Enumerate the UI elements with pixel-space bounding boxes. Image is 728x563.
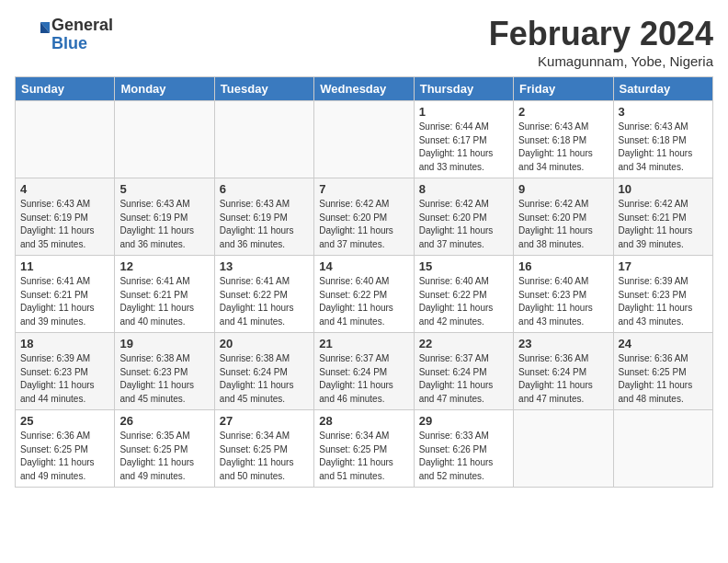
day-info: Sunrise: 6:37 AM Sunset: 6:24 PM Dayligh… <box>419 352 508 406</box>
title-block: February 2024 Kumagunnam, Yobe, Nigeria <box>489 15 713 69</box>
calendar-cell: 29Sunrise: 6:33 AM Sunset: 6:26 PM Dayli… <box>414 410 513 488</box>
calendar-day-header: Sunday <box>16 77 115 101</box>
calendar-cell: 22Sunrise: 6:37 AM Sunset: 6:24 PM Dayli… <box>414 333 513 410</box>
calendar-cell: 24Sunrise: 6:36 AM Sunset: 6:25 PM Dayli… <box>613 333 712 410</box>
day-info: Sunrise: 6:34 AM Sunset: 6:25 PM Dayligh… <box>319 430 408 483</box>
day-info: Sunrise: 6:40 AM Sunset: 6:23 PM Dayligh… <box>518 275 608 328</box>
day-info: Sunrise: 6:44 AM Sunset: 6:17 PM Dayligh… <box>419 121 508 174</box>
calendar-cell <box>314 101 414 178</box>
day-info: Sunrise: 6:36 AM Sunset: 6:25 PM Dayligh… <box>619 352 708 406</box>
day-number: 19 <box>119 337 209 350</box>
logo-general: General <box>51 17 113 35</box>
calendar-cell: 13Sunrise: 6:41 AM Sunset: 6:22 PM Dayli… <box>214 256 313 333</box>
calendar-cell: 15Sunrise: 6:40 AM Sunset: 6:22 PM Dayli… <box>414 256 513 333</box>
day-info: Sunrise: 6:35 AM Sunset: 6:25 PM Dayligh… <box>119 430 209 483</box>
calendar-cell: 3Sunrise: 6:43 AM Sunset: 6:18 PM Daylig… <box>613 101 712 178</box>
day-info: Sunrise: 6:42 AM Sunset: 6:20 PM Dayligh… <box>518 198 608 251</box>
calendar-cell <box>514 410 613 488</box>
calendar-cell: 17Sunrise: 6:39 AM Sunset: 6:23 PM Dayli… <box>613 256 712 333</box>
day-info: Sunrise: 6:43 AM Sunset: 6:18 PM Dayligh… <box>518 121 608 174</box>
day-number: 8 <box>419 182 508 196</box>
day-number: 6 <box>220 182 309 196</box>
day-number: 23 <box>518 337 608 350</box>
page-header: General Blue February 2024 Kumagunnam, Y… <box>15 15 713 69</box>
day-info: Sunrise: 6:38 AM Sunset: 6:23 PM Dayligh… <box>119 352 209 406</box>
calendar-cell: 8Sunrise: 6:42 AM Sunset: 6:20 PM Daylig… <box>414 178 513 256</box>
day-info: Sunrise: 6:42 AM Sunset: 6:21 PM Dayligh… <box>619 198 708 251</box>
day-number: 14 <box>319 259 408 273</box>
calendar-cell: 5Sunrise: 6:43 AM Sunset: 6:19 PM Daylig… <box>115 178 214 256</box>
day-number: 25 <box>20 414 109 428</box>
logo-icon <box>15 15 51 52</box>
calendar-day-header: Monday <box>115 77 214 101</box>
day-info: Sunrise: 6:43 AM Sunset: 6:19 PM Dayligh… <box>20 198 109 251</box>
calendar-week-row: 1Sunrise: 6:44 AM Sunset: 6:17 PM Daylig… <box>16 101 713 178</box>
calendar-cell <box>16 101 115 178</box>
logo-blue: Blue <box>51 35 113 53</box>
day-number: 2 <box>518 105 608 119</box>
location: Kumagunnam, Yobe, Nigeria <box>489 53 713 69</box>
calendar-day-header: Friday <box>514 77 613 101</box>
day-info: Sunrise: 6:37 AM Sunset: 6:24 PM Dayligh… <box>319 352 408 406</box>
calendar-week-row: 18Sunrise: 6:39 AM Sunset: 6:23 PM Dayli… <box>16 333 713 410</box>
day-info: Sunrise: 6:42 AM Sunset: 6:20 PM Dayligh… <box>319 198 408 251</box>
day-number: 20 <box>220 337 309 350</box>
day-info: Sunrise: 6:41 AM Sunset: 6:21 PM Dayligh… <box>20 275 109 328</box>
calendar-cell: 19Sunrise: 6:38 AM Sunset: 6:23 PM Dayli… <box>115 333 214 410</box>
day-info: Sunrise: 6:33 AM Sunset: 6:26 PM Dayligh… <box>419 430 508 483</box>
day-info: Sunrise: 6:39 AM Sunset: 6:23 PM Dayligh… <box>20 352 109 406</box>
day-number: 27 <box>220 414 309 428</box>
calendar-day-header: Tuesday <box>214 77 313 101</box>
calendar-cell: 14Sunrise: 6:40 AM Sunset: 6:22 PM Dayli… <box>314 256 414 333</box>
month-title: February 2024 <box>489 15 713 53</box>
calendar-cell: 25Sunrise: 6:36 AM Sunset: 6:25 PM Dayli… <box>16 410 115 488</box>
calendar-cell: 7Sunrise: 6:42 AM Sunset: 6:20 PM Daylig… <box>314 178 414 256</box>
calendar-cell: 4Sunrise: 6:43 AM Sunset: 6:19 PM Daylig… <box>16 178 115 256</box>
day-number: 18 <box>20 337 109 350</box>
logo: General Blue <box>15 15 113 55</box>
calendar-cell: 11Sunrise: 6:41 AM Sunset: 6:21 PM Dayli… <box>16 256 115 333</box>
day-info: Sunrise: 6:40 AM Sunset: 6:22 PM Dayligh… <box>419 275 508 328</box>
calendar-cell: 21Sunrise: 6:37 AM Sunset: 6:24 PM Dayli… <box>314 333 414 410</box>
day-number: 3 <box>619 105 708 119</box>
day-info: Sunrise: 6:41 AM Sunset: 6:22 PM Dayligh… <box>220 275 309 328</box>
calendar-cell: 10Sunrise: 6:42 AM Sunset: 6:21 PM Dayli… <box>613 178 712 256</box>
calendar-day-header: Thursday <box>414 77 513 101</box>
day-info: Sunrise: 6:43 AM Sunset: 6:19 PM Dayligh… <box>119 198 209 251</box>
day-number: 22 <box>419 337 508 350</box>
day-number: 16 <box>518 259 608 273</box>
day-info: Sunrise: 6:34 AM Sunset: 6:25 PM Dayligh… <box>220 430 309 483</box>
day-info: Sunrise: 6:38 AM Sunset: 6:24 PM Dayligh… <box>220 352 309 406</box>
calendar-cell: 12Sunrise: 6:41 AM Sunset: 6:21 PM Dayli… <box>115 256 214 333</box>
day-number: 12 <box>119 259 209 273</box>
calendar-cell: 9Sunrise: 6:42 AM Sunset: 6:20 PM Daylig… <box>514 178 613 256</box>
calendar-cell: 26Sunrise: 6:35 AM Sunset: 6:25 PM Dayli… <box>115 410 214 488</box>
calendar-cell: 18Sunrise: 6:39 AM Sunset: 6:23 PM Dayli… <box>16 333 115 410</box>
calendar-cell: 6Sunrise: 6:43 AM Sunset: 6:19 PM Daylig… <box>214 178 313 256</box>
day-number: 1 <box>419 105 508 119</box>
calendar-cell <box>613 410 712 488</box>
calendar-week-row: 4Sunrise: 6:43 AM Sunset: 6:19 PM Daylig… <box>16 178 713 256</box>
calendar-cell: 1Sunrise: 6:44 AM Sunset: 6:17 PM Daylig… <box>414 101 513 178</box>
day-info: Sunrise: 6:43 AM Sunset: 6:19 PM Dayligh… <box>220 198 309 251</box>
calendar-header-row: SundayMondayTuesdayWednesdayThursdayFrid… <box>16 77 713 101</box>
day-info: Sunrise: 6:40 AM Sunset: 6:22 PM Dayligh… <box>319 275 408 328</box>
calendar-cell: 2Sunrise: 6:43 AM Sunset: 6:18 PM Daylig… <box>514 101 613 178</box>
day-number: 7 <box>319 182 408 196</box>
calendar-table: SundayMondayTuesdayWednesdayThursdayFrid… <box>15 76 713 488</box>
calendar-day-header: Saturday <box>613 77 712 101</box>
day-number: 15 <box>419 259 508 273</box>
day-number: 21 <box>319 337 408 350</box>
calendar-cell <box>115 101 214 178</box>
calendar-cell: 16Sunrise: 6:40 AM Sunset: 6:23 PM Dayli… <box>514 256 613 333</box>
day-number: 24 <box>619 337 708 350</box>
calendar-cell: 20Sunrise: 6:38 AM Sunset: 6:24 PM Dayli… <box>214 333 313 410</box>
day-info: Sunrise: 6:42 AM Sunset: 6:20 PM Dayligh… <box>419 198 508 251</box>
calendar-cell: 23Sunrise: 6:36 AM Sunset: 6:24 PM Dayli… <box>514 333 613 410</box>
day-number: 29 <box>419 414 508 428</box>
day-number: 10 <box>619 182 708 196</box>
day-number: 4 <box>20 182 109 196</box>
day-number: 9 <box>518 182 608 196</box>
logo-text: General Blue <box>51 17 113 53</box>
calendar-day-header: Wednesday <box>314 77 414 101</box>
